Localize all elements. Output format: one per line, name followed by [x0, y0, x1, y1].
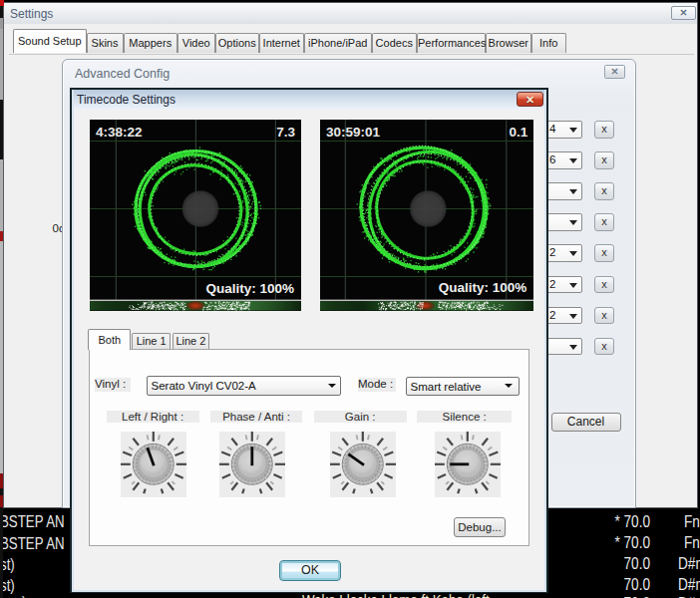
svg-text:30:59:01: 30:59:01 — [326, 125, 380, 140]
svg-text:Quality: 100%: Quality: 100% — [205, 280, 294, 295]
svg-text:0.1: 0.1 — [509, 125, 527, 140]
svg-text:7.3: 7.3 — [276, 125, 295, 140]
svg-text:4:38:22: 4:38:22 — [96, 125, 143, 140]
svg-text:Quality: 100%: Quality: 100% — [439, 280, 526, 295]
